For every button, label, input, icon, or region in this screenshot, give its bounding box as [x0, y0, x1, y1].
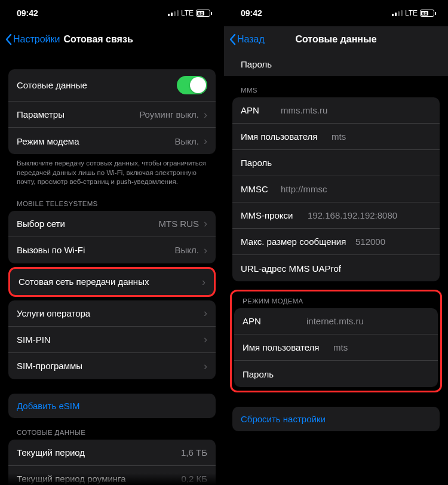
chevron-right-icon: ›: [204, 334, 207, 345]
row-label: Услуги оператора: [17, 308, 90, 318]
row-sim-apps[interactable]: SIM-программы ›: [8, 353, 216, 379]
row-value: 0,2 КБ: [181, 474, 207, 484]
back-label: Назад: [237, 34, 265, 45]
chevron-right-icon: ›: [202, 277, 205, 287]
hotspot-section-header: РЕЖИМ МОДЕМА: [232, 291, 440, 308]
row-value: Роуминг выкл.: [139, 109, 199, 119]
field-label: MMS-прокси: [241, 210, 300, 220]
status-right: LTE 60: [392, 9, 436, 17]
chevron-left-icon: [229, 33, 236, 45]
field-value: mts: [332, 131, 346, 142]
hotspot-highlight: РЕЖИМ МОДЕМА APN internet.mts.ru Имя пол…: [230, 290, 442, 392]
toggle-cellular-data[interactable]: [177, 76, 207, 94]
group-hotspot: APN internet.mts.ru Имя пользователя mts…: [234, 308, 438, 387]
row-label: Вызовы по Wi-Fi: [17, 245, 85, 255]
row-hotspot-password[interactable]: Пароль: [234, 361, 438, 387]
signal-icon: [168, 10, 179, 16]
row-value: Выкл.: [175, 245, 199, 255]
row-label: SIM-программы: [17, 361, 82, 371]
status-time: 09:42: [17, 8, 38, 18]
field-value: 192.168.192.192:8080: [308, 210, 397, 220]
mms-section-header: MMS: [224, 76, 448, 97]
group-usage: Текущий период 1,6 ТБ Текущий период роу…: [8, 440, 216, 485]
group-carrier-1: Выбор сети MTS RUS › Вызовы по Wi-Fi Вык…: [8, 211, 216, 263]
row-password-top[interactable]: Пароль: [224, 53, 448, 76]
row-roaming-period[interactable]: Текущий период роуминга 0,2 КБ: [8, 466, 216, 485]
field-value: internet.mts.ru: [306, 316, 364, 326]
signal-icon: [392, 10, 403, 16]
row-sim-pin[interactable]: SIM-PIN ›: [8, 327, 216, 353]
reset-settings-button[interactable]: Сбросить настройки: [232, 407, 440, 431]
group-cellular-main: Сотовые данные Параметры Роуминг выкл. ›…: [8, 69, 216, 154]
row-mms-uaprof[interactable]: URL-адрес MMS UAProf: [232, 255, 440, 281]
status-right: LTE 60: [168, 9, 212, 17]
row-mms-max[interactable]: Макс. размер сообщения 512000: [232, 229, 440, 255]
row-mms-apn[interactable]: APN mms.mts.ru: [232, 97, 440, 124]
group-carrier-2: Услуги оператора › SIM-PIN › SIM-програм…: [8, 300, 216, 379]
row-label: Параметры: [17, 109, 65, 119]
chevron-right-icon: ›: [204, 245, 207, 256]
field-label: Имя пользователя: [243, 342, 326, 352]
nav-header: Настройки Сотовая связь: [0, 26, 224, 53]
row-value: MTS RUS: [159, 219, 200, 229]
back-button[interactable]: Настройки: [5, 33, 60, 45]
row-label: Сотовая сеть передачи данных: [19, 277, 149, 287]
group-mms: APN mms.mts.ru Имя пользователя mts Паро…: [232, 97, 440, 281]
row-options[interactable]: Параметры Роуминг выкл. ›: [8, 102, 216, 128]
phone-cellular-settings: 09:42 LTE 60 Настройки Сотовая связь Сот…: [0, 0, 224, 485]
content-scroll[interactable]: Сотовые данные Параметры Роуминг выкл. ›…: [0, 53, 224, 485]
usage-section-header: СОТОВЫЕ ДАННЫЕ: [0, 418, 224, 440]
chevron-right-icon: ›: [204, 136, 207, 146]
chevron-right-icon: ›: [204, 361, 207, 372]
row-label: Режим модема: [17, 136, 79, 146]
back-button[interactable]: Назад: [229, 33, 265, 45]
row-label: SIM-PIN: [17, 334, 51, 345]
content-scroll[interactable]: MMS APN mms.mts.ru Имя пользователя mts …: [224, 76, 448, 443]
row-network-selection[interactable]: Выбор сети MTS RUS ›: [8, 211, 216, 237]
chevron-right-icon: ›: [204, 109, 207, 120]
field-label: URL-адрес MMS UAProf: [241, 263, 341, 274]
row-mms-user[interactable]: Имя пользователя mts: [232, 124, 440, 150]
row-wifi-calling[interactable]: Вызовы по Wi-Fi Выкл. ›: [8, 237, 216, 263]
phone-cellular-data-network: 09:42 LTE 60 Назад Сотовые данные Пароль…: [224, 0, 448, 485]
row-label: Выбор сети: [17, 219, 65, 229]
cellular-note: Выключите передачу сотовых данных, чтобы…: [0, 154, 224, 189]
add-esim-button[interactable]: Добавить eSIM: [8, 394, 216, 418]
status-bar: 09:42 LTE 60: [0, 0, 224, 26]
chevron-left-icon: [5, 33, 12, 45]
nav-header: Назад Сотовые данные: [224, 26, 448, 53]
row-cellular-data[interactable]: Сотовые данные: [8, 69, 216, 102]
chevron-right-icon: ›: [204, 218, 207, 229]
row-carrier-services[interactable]: Услуги оператора ›: [8, 300, 216, 327]
field-value: 512000: [355, 237, 385, 247]
row-current-period[interactable]: Текущий период 1,6 ТБ: [8, 440, 216, 466]
lte-label: LTE: [405, 9, 418, 17]
page-title: Сотовая связь: [63, 34, 133, 45]
field-label: Пароль: [243, 369, 275, 379]
field-label: APN: [241, 105, 274, 115]
carrier-section-header: MOBILE TELESYSTEMS: [0, 189, 224, 211]
field-value: mms.mts.ru: [281, 105, 327, 115]
field-label: Имя пользователя: [241, 131, 324, 142]
row-label: Текущий период: [17, 447, 85, 458]
row-value: Выкл.: [175, 136, 199, 146]
row-mmsc[interactable]: MMSC http://mmsc: [232, 176, 440, 202]
lte-label: LTE: [181, 9, 194, 17]
field-value: mts: [333, 342, 348, 352]
row-hotspot-apn[interactable]: APN internet.mts.ru: [234, 308, 438, 334]
field-label: Пароль: [241, 158, 274, 168]
row-value: 1,6 ТБ: [181, 447, 207, 458]
battery-icon: 60: [420, 10, 436, 17]
row-mms-proxy[interactable]: MMS-прокси 192.168.192.192:8080: [232, 202, 440, 229]
row-label: Сотовые данные: [17, 80, 87, 90]
row-hotspot[interactable]: Режим модема Выкл. ›: [8, 128, 216, 154]
row-mms-password[interactable]: Пароль: [232, 150, 440, 176]
field-label: Макс. размер сообщения: [241, 237, 348, 247]
chevron-right-icon: ›: [204, 308, 207, 318]
field-label: APN: [243, 316, 275, 326]
row-cellular-data-network[interactable]: Сотовая сеть передачи данных ›: [10, 269, 214, 295]
status-bar: 09:42 LTE 60: [224, 0, 448, 26]
page-title: Сотовые данные: [295, 34, 376, 45]
row-hotspot-user[interactable]: Имя пользователя mts: [234, 334, 438, 361]
row-label: Текущий период роуминга: [17, 474, 126, 484]
